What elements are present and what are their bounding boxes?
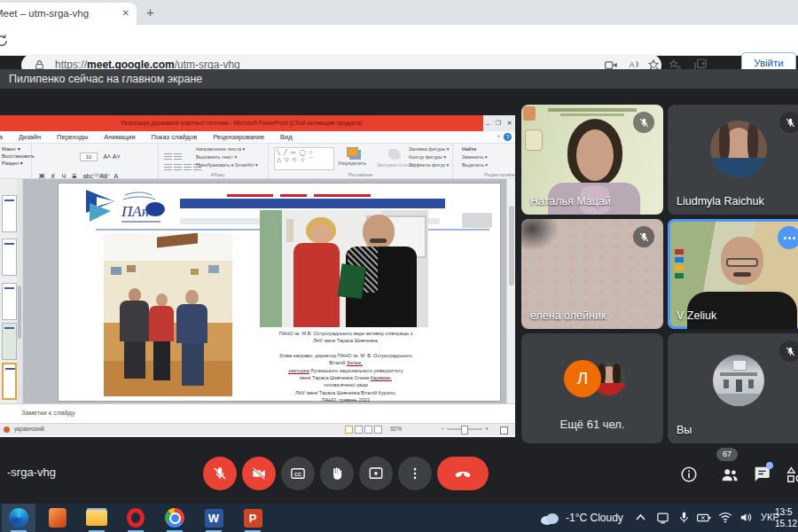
taskbar-word-icon[interactable]: W xyxy=(202,506,225,529)
call-controls: CC xyxy=(203,457,489,490)
quick-styles-button[interactable]: Экспресс-стили xyxy=(377,149,411,168)
minimize-icon[interactable]: – xyxy=(486,121,489,127)
taskbar-explorer-icon[interactable] xyxy=(85,506,108,529)
maximize-icon[interactable]: ❐ xyxy=(496,120,501,127)
battery-icon[interactable] xyxy=(697,512,711,523)
refresh-icon[interactable] xyxy=(0,33,10,49)
tile-v-zeliuk[interactable]: V Zeliuk xyxy=(668,219,798,329)
browser-tab[interactable]: Meet – utm-srga-vhg ✕ xyxy=(0,3,137,25)
smartart-button[interactable]: Преобразовать в SmartArt ▾ xyxy=(196,162,258,168)
tray-mic-icon[interactable] xyxy=(678,511,690,525)
clock-date: 15.12.2 xyxy=(775,518,798,529)
taskbar-clock[interactable]: 13:5 15.12.2 xyxy=(775,506,798,529)
slide-header-blue-bar xyxy=(180,199,445,208)
arrange-button[interactable]: Упорядочить xyxy=(338,147,366,166)
tray-chevron-icon[interactable] xyxy=(635,513,646,521)
wifi-icon[interactable] xyxy=(718,512,732,523)
tile-elena-oleinik[interactable]: елена олейник xyxy=(521,219,663,329)
mic-off-button[interactable] xyxy=(203,457,237,490)
screen: Meet – utm-srga-vhg ✕ + https://meet.goo… xyxy=(0,0,798,532)
more-options-icon[interactable] xyxy=(778,226,798,249)
language-status[interactable]: украинский xyxy=(14,426,44,432)
shapes-gallery[interactable]: ╲ ╱ ▭ ◯ ○ △ ▽ ◇ ☆ ⌒ xyxy=(274,147,334,170)
section-button[interactable]: Раздел ▾ xyxy=(2,160,31,166)
editing-group: Найти Заменить ▾ Выделить ▾ Редактирован… xyxy=(453,144,515,178)
slide-thumbnail[interactable] xyxy=(2,195,17,232)
tile-liudmyla-raichuk[interactable]: Liudmyla Raichuk xyxy=(668,105,798,215)
clock-time: 13:5 xyxy=(775,506,798,518)
shape-outline-button[interactable]: Контур фигуры ▾ xyxy=(409,154,449,160)
replace-button[interactable]: Заменить ▾ xyxy=(462,154,515,160)
layout-button[interactable]: Макет ▾ xyxy=(2,146,31,152)
camera-off-button[interactable] xyxy=(242,457,276,490)
taskbar-chrome-icon[interactable] xyxy=(163,506,186,529)
cast-icon[interactable] xyxy=(656,512,669,524)
thumbnail-scrollbar[interactable] xyxy=(17,179,22,403)
tab-slideshow[interactable]: Показ слайдов xyxy=(144,131,206,143)
select-button[interactable]: Выделить ▾ xyxy=(462,162,515,168)
volume-icon[interactable] xyxy=(739,512,753,523)
activities-icon[interactable] xyxy=(786,465,798,484)
leave-call-button[interactable] xyxy=(437,457,489,490)
zoom-slider[interactable]: −+ xyxy=(441,426,489,432)
slide[interactable]: ПАн xyxy=(59,184,500,401)
taskbar-powerpoint-icon[interactable]: P xyxy=(241,506,264,529)
weather-text[interactable]: -1°C Cloudy xyxy=(566,512,623,524)
taskbar-opera-icon[interactable] xyxy=(124,506,147,529)
more-options-button[interactable] xyxy=(398,457,432,490)
present-button[interactable] xyxy=(359,457,393,490)
weather-cloud-icon[interactable] xyxy=(539,512,560,525)
slides-group: Макет ▾ Восстановить Раздел ▾ xyxy=(0,144,32,178)
tab-animation[interactable]: Анимация xyxy=(96,131,143,143)
reset-button[interactable]: Восстановить xyxy=(2,153,31,159)
shape-effects-button[interactable]: Эффекты фигур ▾ xyxy=(409,162,449,168)
tab-view[interactable]: Вид xyxy=(272,131,301,143)
photo-group-classroom xyxy=(104,233,232,396)
tile-more-people[interactable]: Л Ещё 61 чел. xyxy=(521,333,663,443)
spellcheck-icon xyxy=(4,426,10,433)
tile-natalia-matsai[interactable]: Наталья Мацай xyxy=(521,105,663,215)
tab-transitions[interactable]: Переходы xyxy=(49,131,96,143)
tile-you[interactable]: Вы xyxy=(668,333,798,443)
raise-hand-button[interactable] xyxy=(320,457,354,490)
text-direction-button[interactable]: Направление текста ▾ xyxy=(196,146,258,152)
help-icon[interactable]: ? xyxy=(504,133,512,141)
participants-icon[interactable] xyxy=(720,465,739,484)
find-button[interactable]: Найти xyxy=(462,146,515,152)
slide-caption: ПАНО ім. М.В. Остроградського веде актив… xyxy=(255,330,436,404)
mic-muted-icon xyxy=(633,112,654,133)
taskbar-office-icon[interactable] xyxy=(46,506,69,529)
slide-thumbnail-current[interactable] xyxy=(2,363,17,400)
photo-handshake xyxy=(260,210,428,327)
slide-thumbnail[interactable] xyxy=(2,323,17,360)
participant-name: елена олейник xyxy=(530,309,606,322)
tab-design[interactable]: Дизайн xyxy=(11,131,49,143)
align-text-button[interactable]: Выровнять текст ▾ xyxy=(196,154,258,160)
meeting-code: -srga-vhg xyxy=(7,466,56,479)
taskbar-edge-icon[interactable] xyxy=(7,506,30,529)
slide-thumbnail[interactable] xyxy=(2,239,17,276)
pano-logo: ПАн xyxy=(84,188,173,229)
view-buttons[interactable] xyxy=(343,426,382,434)
fit-to-window-icon[interactable] xyxy=(500,426,508,434)
font-size-box[interactable]: 10 xyxy=(80,153,98,161)
avatar-letter: Л xyxy=(564,360,601,397)
shape-fill-button[interactable]: Заливка фигуры ▾ xyxy=(409,146,449,152)
tab-close-icon[interactable]: ✕ xyxy=(122,8,129,18)
slide-thumbnail-panel[interactable] xyxy=(0,179,23,403)
ribbon-collapse-icon[interactable]: ^ xyxy=(497,134,500,140)
slide-canvas: ПАн xyxy=(23,179,506,403)
info-icon[interactable] xyxy=(679,465,699,484)
slide-thumbnail[interactable] xyxy=(2,283,17,320)
chat-notification-dot xyxy=(766,462,773,469)
tab-review[interactable]: Рецензирование xyxy=(205,131,272,143)
close-icon[interactable]: ✕ xyxy=(507,120,512,127)
notes-pane[interactable]: Заметки к слайду xyxy=(0,403,515,423)
participant-name: Наталья Мацай xyxy=(530,195,611,207)
new-tab-button[interactable]: + xyxy=(146,4,154,20)
participant-name: Liudmyla Raichuk xyxy=(677,195,764,207)
captions-button[interactable]: CC xyxy=(281,457,315,490)
ppt-title-text: Реалізація державної освітньої політики … xyxy=(0,115,483,131)
slide-scrollbar[interactable] xyxy=(506,179,515,403)
tab-insert[interactable]: Вставка xyxy=(0,131,11,143)
